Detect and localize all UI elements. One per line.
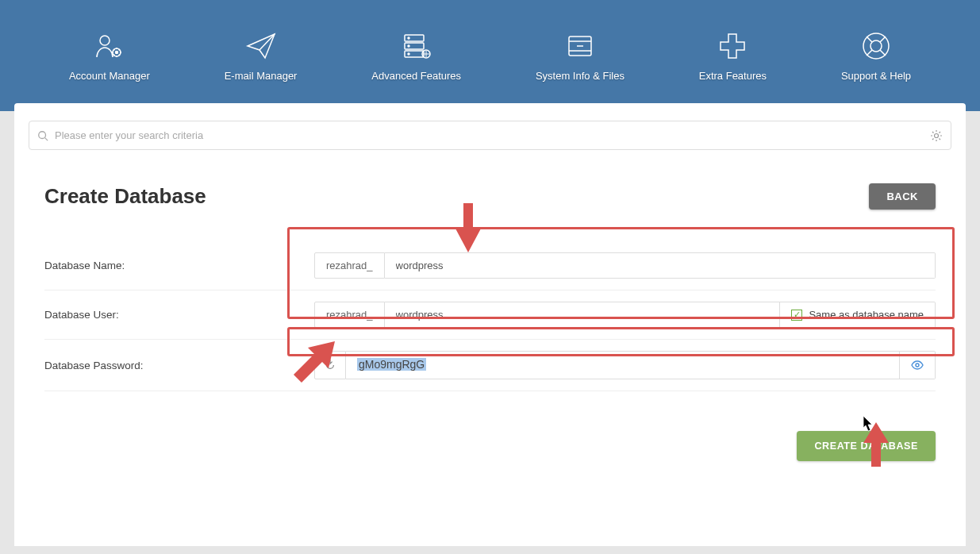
search-bar xyxy=(29,121,951,150)
db-name-prefix: rezahrad_ xyxy=(314,252,385,279)
search-input[interactable] xyxy=(48,126,924,144)
nav-system-info-files[interactable]: System Info & Files xyxy=(536,30,625,82)
svg-point-6 xyxy=(408,37,409,39)
db-password-input[interactable]: gMo9mgRgG xyxy=(346,351,900,379)
check-icon: ✓ xyxy=(791,310,802,321)
svg-point-14 xyxy=(935,133,939,137)
page-title: Create Database xyxy=(44,184,206,209)
svg-point-8 xyxy=(408,53,409,55)
nav-label: E-mail Manager xyxy=(225,70,298,82)
search-icon xyxy=(37,130,48,141)
show-password-button[interactable] xyxy=(900,351,936,379)
db-user-row: Database User: rezahrad_ ✓ Same as datab… xyxy=(44,290,936,340)
svg-point-12 xyxy=(870,40,882,52)
db-user-input[interactable] xyxy=(385,302,781,328)
lifebuoy-icon xyxy=(860,30,892,62)
user-gear-icon xyxy=(94,30,125,62)
db-pwd-row: Database Password: gMo9mgRgG xyxy=(44,340,936,391)
db-user-label: Database User: xyxy=(44,309,314,321)
refresh-icon xyxy=(325,360,336,371)
nav-extra-features[interactable]: Extra Features xyxy=(699,30,767,82)
nav-label: Account Manager xyxy=(69,70,150,82)
nav-account-manager[interactable]: Account Manager xyxy=(69,30,150,82)
svg-point-7 xyxy=(408,45,409,47)
main-panel: Create Database BACK Database Name: reza… xyxy=(14,103,966,546)
paper-plane-icon xyxy=(245,30,277,62)
svg-point-0 xyxy=(100,36,110,45)
nav-label: Advanced Features xyxy=(371,70,461,82)
gear-icon[interactable] xyxy=(930,129,943,142)
nav-label: Support & Help xyxy=(841,70,911,82)
back-button[interactable]: BACK xyxy=(869,183,936,210)
drawer-icon xyxy=(564,30,596,62)
same-as-label: Same as database name xyxy=(809,309,924,321)
nav-support-help[interactable]: Support & Help xyxy=(841,30,911,82)
svg-point-2 xyxy=(115,51,117,53)
plus-icon xyxy=(717,30,748,62)
svg-point-15 xyxy=(916,364,919,367)
db-name-label: Database Name: xyxy=(44,260,314,271)
nav-label: System Info & Files xyxy=(536,70,625,82)
eye-icon xyxy=(911,359,924,371)
svg-point-13 xyxy=(39,131,46,138)
nav-label: Extra Features xyxy=(699,70,767,82)
db-user-prefix: rezahrad_ xyxy=(314,302,385,328)
server-icon xyxy=(401,30,432,62)
db-name-row: Database Name: rezahrad_ xyxy=(44,241,936,290)
nav-email-manager[interactable]: E-mail Manager xyxy=(225,30,298,82)
nav-advanced-features[interactable]: Advanced Features xyxy=(371,30,461,82)
db-pwd-label: Database Password: xyxy=(44,360,314,371)
db-name-input[interactable] xyxy=(385,252,936,279)
generate-password-button[interactable] xyxy=(314,351,346,379)
same-as-checkbox[interactable]: ✓ Same as database name xyxy=(780,302,936,328)
create-database-button[interactable]: CREATE DATABASE xyxy=(797,431,936,461)
top-nav: Account Manager E-mail Manager Advanced … xyxy=(0,0,980,111)
